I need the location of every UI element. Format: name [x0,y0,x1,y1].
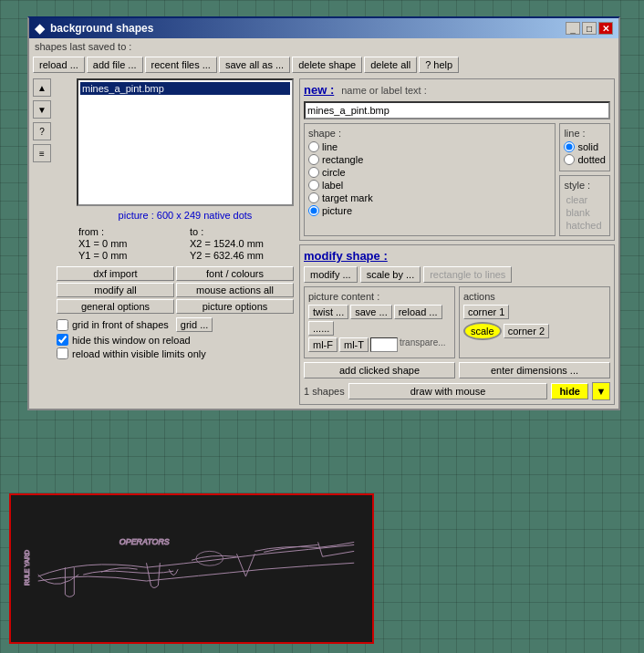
modify-all-button[interactable]: modify all [57,283,174,297]
title-bar: ◆ background shapes _ □ ✕ [29,18,618,38]
name-or-label-text: name or label text : [341,85,427,96]
title-bar-buttons: _ □ ✕ [566,22,613,35]
new-label: new : [304,83,334,97]
line-dotted-option[interactable]: dotted [564,154,606,165]
action-buttons: dxf import font / colours modify all mou… [57,266,294,314]
line-solid-radio[interactable] [564,141,575,152]
hide-icon[interactable]: ▼ [592,382,610,400]
main-window: ◆ background shapes _ □ ✕ shapes last sa… [27,16,620,410]
reload-visible-checkbox[interactable] [57,347,68,359]
saved-text: shapes last saved to : [29,38,618,55]
corner1-button[interactable]: corner 1 [463,305,509,319]
shape-line-option[interactable]: line [308,141,551,152]
add-file-button[interactable]: add file ... [87,57,143,73]
list-icon[interactable]: ≡ [33,144,51,162]
shape-rectangle-radio[interactable] [308,154,319,165]
modify-section: modify shape : modify ... scale by ... r… [299,244,615,405]
delete-all-button[interactable]: delete all [364,57,417,73]
shape-label-label: label [322,180,343,191]
dots-button[interactable]: ...... [308,321,334,336]
dxf-import-button[interactable]: dxf import [57,266,174,281]
name-input[interactable] [304,101,610,119]
shape-box: shape : line rectangle circle [304,123,556,236]
hide-window-label: hide this window on reload [72,335,191,346]
question-icon[interactable]: ? [33,122,51,140]
save-all-button[interactable]: save all as ... [219,57,290,73]
picture-options-button[interactable]: picture options [176,299,294,314]
save-button[interactable]: save ... [350,305,391,319]
mouse-actions-box: actions corner 1 scale corner 2 [459,286,610,358]
shape-picture-option[interactable]: picture [308,205,551,216]
reload-button[interactable]: reload ... [33,57,85,73]
style-hatched[interactable]: hatched [564,219,606,232]
picture-content-box: picture content : twist ... save ... rel… [304,286,455,358]
hide-window-checkbox-row: hide this window on reload [57,334,294,346]
main-toolbar: reload ... add file ... recent files ...… [29,55,618,75]
recent-files-button[interactable]: recent files ... [145,57,217,73]
canvas-area: OPERATORS RULE YARD [9,493,374,644]
reload-visible-label: reload within visible limits only [72,348,206,359]
grid-front-checkbox[interactable] [57,319,68,331]
scroll-down-icon[interactable]: ▼ [33,100,51,119]
add-clicked-shape-button[interactable]: add clicked shape [304,362,455,378]
window-title: background shapes [50,22,153,35]
shape-picture-label: picture [322,205,352,216]
modify-button[interactable]: modify ... [304,266,358,283]
general-options-button[interactable]: general options [57,299,174,314]
line-solid-label: solid [577,141,598,152]
hide-window-checkbox[interactable] [57,334,68,346]
picture-reload-button[interactable]: reload ... [394,305,442,319]
transparent-input[interactable] [370,337,398,352]
style-blank[interactable]: blank [564,206,606,219]
modify-label: modify shape : [304,249,610,263]
bottom-section: 1 shapes draw with mouse hide ▼ [304,382,610,400]
line-label: line : [564,128,606,139]
file-list[interactable]: mines_a_pint.bmp [77,78,294,206]
reload-visible-checkbox-row: reload within visible limits only [57,347,294,359]
close-button[interactable]: ✕ [598,22,613,35]
modify-buttons-row: modify ... scale by ... rectangle to lin… [304,266,610,283]
shape-circle-label: circle [322,167,346,178]
shape-label: shape : [308,128,551,139]
font-colours-button[interactable]: font / colours [176,266,294,281]
minimize-button[interactable]: _ [566,22,580,35]
help-button[interactable]: ? help [419,57,459,73]
picture-content-buttons: twist ... save ... reload ... ...... [308,305,451,336]
ml-f-button[interactable]: ml-F [308,337,338,352]
shape-label-option[interactable]: label [308,180,551,191]
maximize-button[interactable]: □ [582,22,597,35]
draw-with-mouse-button[interactable]: draw with mouse [348,383,548,399]
delete-shape-button[interactable]: delete shape [292,57,362,73]
shape-target-radio[interactable] [308,192,319,203]
picture-content-row2: ml-F ml-T transpare... [308,337,451,352]
shape-line-radio[interactable] [308,141,319,152]
scroll-up-icon[interactable]: ▲ [33,78,51,97]
twist-button[interactable]: twist ... [308,305,348,319]
shape-circle-radio[interactable] [308,167,319,178]
file-item[interactable]: mines_a_pint.bmp [80,82,290,95]
style-clear[interactable]: clear [564,193,606,206]
shape-rectangle-option[interactable]: rectangle [308,154,551,165]
ml-t-button[interactable]: ml-T [339,337,369,352]
shape-circle-option[interactable]: circle [308,167,551,178]
window-icon: ◆ [35,21,45,36]
x1-value: X1 = 0 mm [78,238,181,249]
scale-by-button[interactable]: scale by ... [360,266,421,283]
enter-dimensions-button[interactable]: enter dimensions ... [459,362,610,378]
hide-button[interactable]: hide [551,383,588,399]
line-dotted-radio[interactable] [564,154,575,165]
grid-button[interactable]: grid ... [176,317,213,332]
line-solid-option[interactable]: solid [564,141,606,152]
corner2-button[interactable]: corner 2 [504,324,549,338]
mouse-actions-all-button[interactable]: mouse actions all [176,283,294,297]
style-label: style : [564,180,606,191]
rect-to-lines-button[interactable]: rectangle to lines [423,266,512,283]
shape-label-radio[interactable] [308,180,319,191]
from-label: from : [78,226,181,237]
canvas-svg: OPERATORS RULE YARD [11,495,372,644]
shape-picture-radio[interactable] [308,205,319,216]
svg-text:OPERATORS: OPERATORS [119,537,170,546]
scale-button[interactable]: scale [463,322,502,340]
line-box: line : solid dotted [559,123,610,171]
shape-target-option[interactable]: target mark [308,192,551,203]
